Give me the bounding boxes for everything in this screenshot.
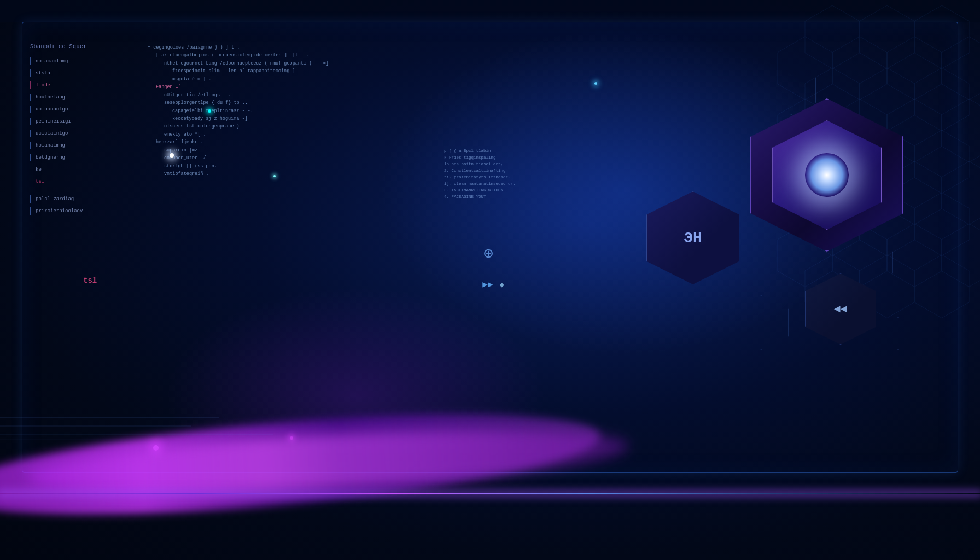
code-line-bar-7: [30, 130, 31, 137]
code-center-line-7: seseoplorgertlpe { dü f} tp ..: [148, 99, 355, 107]
search-icon: ⊕: [483, 243, 493, 264]
glow-dot-cyan-2: [273, 175, 276, 177]
code-line-bar: [30, 57, 31, 65]
code-block: = cegingoloes /paiagmne } ) ] t . [ arto…: [148, 44, 355, 178]
hex-main-inner: [772, 120, 882, 230]
code-line-2: stsla: [30, 69, 139, 77]
code-line-bar-13: [30, 207, 31, 215]
data-line-6: 3. INCLIMANRETING WITHON: [444, 187, 564, 194]
data-panel-right: p [ ( a Bpcl tlabin k Pries tigqinspalin…: [444, 148, 564, 200]
code-center-line-1: [ artoluengalbojics ( propensiclempide c…: [148, 51, 355, 59]
code-center-line-3: ftcespoincit slim len n[ tappanpiteccing…: [148, 67, 355, 75]
code-center-line-10: olscers fst colungenprane ) -: [148, 122, 355, 130]
code-center-line-9: keooetyoady sj z hoguima -]: [148, 115, 355, 122]
code-line-bar-10: [30, 166, 31, 173]
code-line-text-9: betdgnerng: [36, 155, 65, 160]
data-line-7: 4. PACEAGINE YOUT: [444, 194, 564, 200]
code-line-9: betdgnerng: [30, 154, 139, 161]
code-line-text-5: uoloonanlgo: [36, 107, 68, 112]
code-line-text-2: stsla: [36, 71, 50, 76]
data-line-1: k Pries tigqinspaling: [444, 154, 564, 161]
code-line-3: liode: [30, 81, 139, 89]
code-line-1: nolamamlhmg: [30, 57, 139, 65]
hex-outline-2: [767, 66, 816, 115]
glow-dot-cyan-3: [594, 82, 597, 85]
code-line-bar-8: [30, 142, 31, 149]
wave-container: [0, 369, 980, 560]
code-center-line-14: cotuoon_uter -/-: [148, 154, 355, 162]
code-line-bar-11: [30, 178, 31, 185]
code-center-line-8: capageielbi tuepltinrasz - -.: [148, 107, 355, 115]
isl-text: tsl: [83, 276, 97, 285]
svg-marker-0: [488, 0, 542, 63]
diamond-icon: ◆: [500, 280, 504, 289]
code-line-10: ke: [30, 166, 139, 173]
hex-outline-3: [892, 241, 936, 284]
circuit-lines: [0, 369, 438, 451]
code-center-line-16: vntiofategreiñ .: [148, 170, 355, 178]
code-panel-left: Sbanpdi cc Squer nolamamlhmg stsla liode…: [30, 44, 139, 219]
code-line-bar-6: [30, 118, 31, 125]
code-line-text-8: holanalmhg: [36, 143, 65, 148]
code-line-text-10: ke: [36, 167, 42, 172]
code-line-text-13: prirciernioolacy: [36, 208, 83, 214]
code-line-bar-3: [30, 81, 31, 89]
bottom-glow-strip: [0, 493, 980, 494]
code-line-text-7: uciclainlgo: [36, 131, 68, 136]
code-line-8: holanalmhg: [30, 142, 139, 149]
hex-center-glow: [805, 153, 849, 197]
code-line-text-12: polcl zardiag: [36, 196, 74, 202]
data-line-5: ij, otean manturatinsedec ur.: [444, 180, 564, 187]
arrow-icon-1: ▶▶: [482, 279, 493, 290]
code-line-bar-4: [30, 94, 31, 101]
code-center-line-13: soparein |=>-: [148, 147, 355, 154]
hex-container: ЭH ◄◄: [564, 66, 947, 339]
nav-icons: ▶▶ ◆: [482, 279, 504, 290]
code-line-bar-2: [30, 69, 31, 77]
data-line-4: ti, protenitatyts itzbeser.: [444, 174, 564, 180]
code-line-bar-12: [30, 195, 31, 203]
code-line-text-3: liode: [36, 83, 50, 88]
hex-br-icon: ◄◄: [834, 303, 847, 316]
code-line-bar-5: [30, 106, 31, 113]
code-center-line-0: = cegingoloes /paiagmne } ) ] t .: [148, 44, 355, 51]
code-center-line-2: nthet egournet_Lang /edbornaepteecz ( nm…: [148, 60, 355, 67]
code-center-line-4: =sgotaté o ] .: [148, 75, 355, 83]
code-panel-center: = cegingoloes /paiagmne } ) ] t . [ arto…: [148, 44, 355, 178]
glow-dot-white-1: [170, 153, 174, 158]
code-left-title: Sbanpdi cc Squer: [30, 44, 139, 50]
hex-left-icon-container: ЭH: [676, 221, 709, 254]
hex-medium-left: ЭH: [646, 191, 739, 284]
glow-dot-cyan-1: [208, 109, 211, 113]
code-line-text-6: pelnineisigi: [36, 119, 71, 124]
data-line-2: lo hes hoitn tiosei art,: [444, 161, 564, 167]
code-line-13: prirciernioolacy: [30, 207, 139, 215]
hex-left-icon: ЭH: [684, 230, 702, 247]
code-line-5: uoloonanlgo: [30, 106, 139, 113]
code-center-line-12: hehrzarl ljepke .: [148, 138, 355, 146]
code-center-line-5: Fangen =⁸: [148, 83, 355, 91]
code-line-text-4: houlnelang: [36, 95, 65, 100]
main-container: ЭH ◄◄ ⊕ ▶▶ ◆ Sbanpdi cc Squer nolamamlhm…: [0, 0, 980, 560]
code-line-4: houlnelang: [30, 94, 139, 101]
code-center-line-11: emekly ato ⁸[ .: [148, 131, 355, 138]
code-line-7: uciclainlgo: [30, 130, 139, 137]
code-center-line-15: storlgh [{ (ss pen.: [148, 162, 355, 170]
code-line-text-11: tsl: [36, 179, 44, 184]
code-line-12: polcl zardiag: [30, 195, 139, 203]
code-line-11: tsl: [30, 178, 139, 185]
data-line-3: 2. Concilentcaltiinafting: [444, 167, 564, 174]
code-line-bar-9: [30, 154, 31, 161]
hex-br-icon-container: ◄◄: [824, 293, 857, 325]
data-line-0: p [ ( a Bpcl tlabin: [444, 148, 564, 154]
code-line-6: pelnineisigi: [30, 118, 139, 125]
code-line-text-1: nolamamlhmg: [36, 59, 68, 64]
hex-small-br: ◄◄: [805, 273, 876, 345]
code-center-line-6: cUitguritia /etloogs | .: [148, 91, 355, 99]
